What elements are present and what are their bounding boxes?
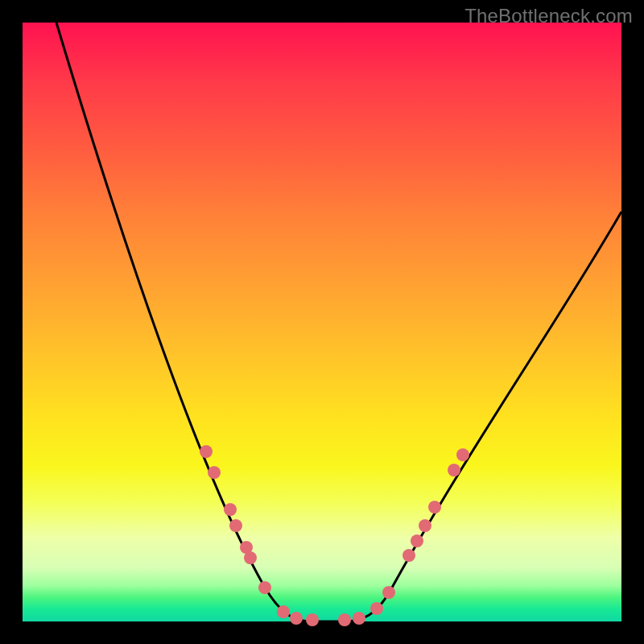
data-marker (353, 612, 365, 625)
data-marker (277, 605, 290, 618)
data-marker (382, 586, 395, 599)
data-marker (229, 519, 242, 532)
plot-area (23, 23, 621, 621)
data-marker (370, 602, 383, 615)
data-marker (419, 519, 431, 532)
data-marker (402, 549, 415, 562)
bottleneck-curve (56, 23, 621, 621)
watermark-text: TheBottleneck.com (464, 5, 633, 27)
marker-group (200, 445, 469, 626)
data-marker (244, 551, 257, 564)
data-marker (448, 464, 460, 477)
data-marker (208, 466, 221, 479)
data-marker (200, 445, 213, 458)
data-marker (224, 503, 237, 516)
data-marker (428, 501, 441, 514)
chart-frame: TheBottleneck.com (0, 0, 644, 644)
chart-svg (23, 23, 621, 621)
data-marker (411, 535, 423, 547)
data-marker (290, 612, 303, 625)
data-marker (456, 448, 469, 461)
data-marker (338, 613, 351, 626)
data-marker (306, 613, 319, 626)
data-marker (258, 581, 271, 594)
